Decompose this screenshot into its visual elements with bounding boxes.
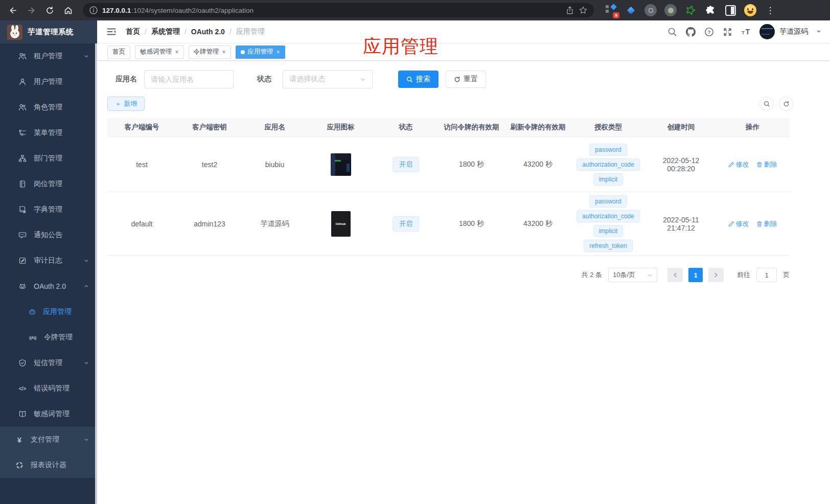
extension-emoji-icon[interactable] bbox=[744, 4, 757, 17]
extension-star-icon[interactable] bbox=[684, 4, 697, 17]
forward-button[interactable] bbox=[24, 3, 39, 18]
tab-application[interactable]: 应用管理 × bbox=[236, 45, 285, 59]
sidebar-item-tenant[interactable]: 租户管理 bbox=[0, 43, 97, 69]
tab-home[interactable]: 首页 bbox=[107, 45, 130, 59]
close-icon[interactable]: × bbox=[276, 49, 280, 56]
sidebar-item-role[interactable]: 角色管理 bbox=[0, 95, 97, 120]
sidebar-item-user[interactable]: 用户管理 bbox=[0, 69, 97, 95]
reload-button[interactable] bbox=[42, 3, 57, 18]
search-button[interactable]: 搜索 bbox=[398, 71, 439, 88]
page-size-select[interactable]: 10条/页 bbox=[608, 268, 657, 282]
prev-page-button[interactable] bbox=[667, 268, 683, 282]
address-bar[interactable]: 127.0.0.1:1024/system/oauth2/oauth2/appl… bbox=[83, 3, 594, 17]
edit-label: 修改 bbox=[736, 219, 749, 228]
sidebar-item-sms[interactable]: 短信管理 bbox=[0, 350, 97, 376]
extension-sidepanel-icon[interactable] bbox=[724, 4, 737, 17]
column-header: 访问令牌的有效期 bbox=[437, 121, 506, 134]
refresh-icon bbox=[454, 76, 460, 83]
search-icon[interactable] bbox=[667, 27, 677, 37]
sidebar-item-audit[interactable]: 审计日志 bbox=[0, 248, 97, 273]
extension-badge: 9 bbox=[613, 12, 619, 18]
cell-refresh-token-ttl: 43200 秒 bbox=[506, 217, 570, 231]
sidebar-item-label: 菜单管理 bbox=[34, 128, 89, 138]
sidebar-item-label: 部门管理 bbox=[34, 154, 89, 163]
breadcrumb-oauth[interactable]: OAuth 2.0 bbox=[191, 28, 225, 36]
navbar-actions: ? TT 芋道源码 bbox=[667, 24, 821, 39]
sidebar-item-oauth-application[interactable]: 应用管理 bbox=[0, 299, 97, 325]
breadcrumb-current: 应用管理 bbox=[236, 27, 265, 36]
goto-page-input[interactable] bbox=[756, 268, 777, 282]
sidebar-item-oauth[interactable]: OAuth 2.0 bbox=[0, 273, 97, 299]
svg-text:T: T bbox=[742, 30, 745, 35]
extension-command-icon[interactable] bbox=[644, 4, 657, 17]
sidebar-item-oauth-token[interactable]: ((A)) 令牌管理 bbox=[0, 325, 97, 350]
breadcrumb-separator: / bbox=[185, 28, 187, 36]
font-size-icon[interactable]: TT bbox=[741, 27, 751, 37]
delete-link[interactable]: 删除 bbox=[756, 219, 777, 228]
cell-created-at: 2022-05-11 21:47:12 bbox=[647, 214, 716, 234]
edit-icon bbox=[728, 221, 734, 227]
refresh-table-button[interactable] bbox=[779, 97, 793, 111]
sidebar-item-errorcode[interactable]: </> 错误码管理 bbox=[0, 376, 97, 401]
sidebar-item-post[interactable]: 岗位管理 bbox=[0, 171, 97, 197]
users-icon bbox=[18, 103, 27, 111]
url-path: :1024/system/oauth2/oauth2/application bbox=[131, 7, 253, 14]
breadcrumb-separator: / bbox=[229, 28, 232, 36]
delete-link[interactable]: 删除 bbox=[756, 160, 777, 169]
sidebar-item-dict[interactable]: 字典管理 bbox=[0, 197, 97, 222]
extension-gem-icon[interactable] bbox=[624, 4, 637, 17]
sidebar-item-notice[interactable]: 通知公告 bbox=[0, 222, 97, 248]
sidebar-item-menu[interactable]: 菜单管理 bbox=[0, 120, 97, 146]
sidebar-item-report-designer[interactable]: 报表设计器 bbox=[0, 452, 97, 478]
breadcrumb-home[interactable]: 首页 bbox=[126, 27, 140, 36]
app-logo[interactable]: 芋道管理系统 bbox=[0, 20, 97, 43]
user-menu-caret-icon[interactable] bbox=[817, 31, 821, 35]
bookmark-star-icon[interactable] bbox=[579, 6, 588, 15]
sidebar-item-dept[interactable]: 部门管理 bbox=[0, 146, 97, 171]
toggle-search-button[interactable] bbox=[759, 97, 774, 111]
extension-tag-manager-icon[interactable]: 9 bbox=[604, 4, 617, 17]
robot-icon bbox=[18, 282, 27, 290]
fullscreen-icon[interactable] bbox=[723, 27, 732, 37]
cell-app-name: biubiu bbox=[243, 158, 307, 171]
sidebar-item-sensitiveword[interactable]: 敏感词管理 bbox=[0, 401, 97, 427]
edit-link[interactable]: 修改 bbox=[728, 160, 749, 169]
tab-sensitive-word[interactable]: 敏感词管理 × bbox=[135, 45, 184, 59]
sidebar-item-pay[interactable]: ¥ 支付管理 bbox=[0, 427, 97, 452]
sidebar-item-label: 审计日志 bbox=[34, 256, 77, 265]
sidebar-item-label: 令牌管理 bbox=[44, 333, 89, 342]
github-icon[interactable] bbox=[686, 27, 696, 37]
cell-access-token-ttl: 1800 秒 bbox=[437, 158, 506, 171]
home-button[interactable] bbox=[60, 3, 76, 18]
collapse-sidebar-icon[interactable] bbox=[106, 27, 117, 37]
extension-puzzle-icon[interactable] bbox=[704, 4, 717, 17]
chevron-down-icon bbox=[647, 272, 653, 278]
close-icon[interactable]: × bbox=[222, 49, 226, 56]
reset-button[interactable]: 重置 bbox=[446, 71, 486, 88]
app-name-input[interactable] bbox=[144, 70, 234, 88]
edit-link[interactable]: 修改 bbox=[728, 219, 749, 228]
column-header: 状态 bbox=[375, 121, 437, 134]
user-avatar[interactable] bbox=[759, 24, 775, 39]
briefcase-icon bbox=[29, 308, 36, 315]
add-button[interactable]: ＋ 新增 bbox=[107, 97, 145, 111]
extension-recorder-icon[interactable] bbox=[664, 4, 677, 17]
share-icon[interactable] bbox=[565, 6, 574, 15]
status-select[interactable]: 请选择状态 bbox=[283, 70, 373, 88]
user-name[interactable]: 芋道源码 bbox=[779, 27, 808, 36]
column-header: 授权类型 bbox=[570, 121, 647, 134]
help-icon[interactable]: ? bbox=[704, 27, 714, 37]
sidebar-item-label: 租户管理 bbox=[34, 52, 77, 61]
total-count: 共 2 条 bbox=[582, 270, 602, 280]
back-button[interactable] bbox=[5, 3, 20, 18]
site-info-icon[interactable] bbox=[89, 6, 98, 15]
next-page-button[interactable] bbox=[708, 268, 724, 282]
app-name-label: 应用名 bbox=[116, 75, 137, 84]
close-icon[interactable]: × bbox=[175, 49, 179, 56]
breadcrumb-system[interactable]: 系统管理 bbox=[151, 27, 180, 36]
current-page[interactable]: 1 bbox=[688, 268, 703, 282]
chevron-down-icon bbox=[84, 258, 89, 263]
tab-token[interactable]: 令牌管理 × bbox=[189, 45, 231, 59]
browser-menu-icon[interactable]: ⋮ bbox=[764, 4, 777, 17]
sidebar-item-label: 错误码管理 bbox=[34, 384, 89, 393]
